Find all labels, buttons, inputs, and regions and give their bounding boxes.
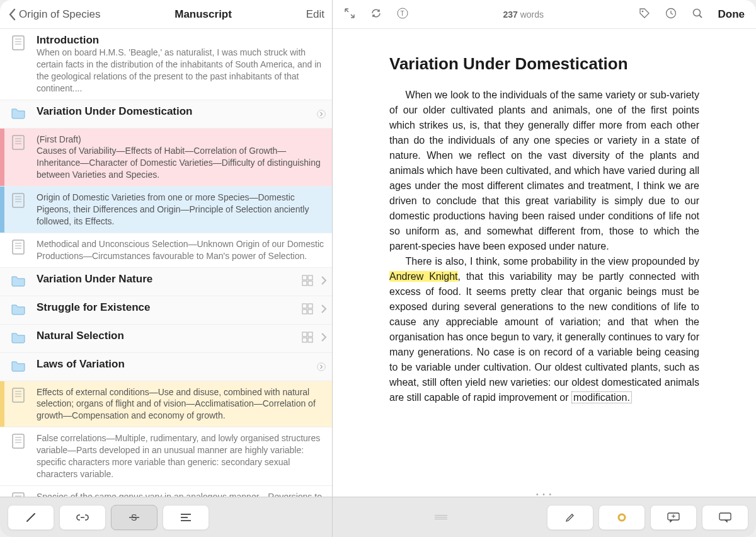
svg-point-58 [641, 10, 643, 12]
svg-rect-5 [13, 136, 24, 149]
section-variation-nature[interactable]: Variation Under Nature [0, 268, 332, 296]
disclosure-button[interactable] [311, 100, 332, 128]
item-preview: Effects of external conditions—Use and d… [37, 386, 326, 422]
section-title: Variation Under Nature [37, 273, 282, 286]
align-button[interactable] [163, 505, 209, 530]
svg-rect-30 [13, 388, 24, 402]
drag-lines-icon[interactable] [340, 505, 542, 529]
split-handle[interactable]: • • • [333, 491, 756, 498]
document-icon [12, 35, 25, 53]
svg-rect-26 [308, 332, 312, 337]
svg-rect-27 [302, 338, 307, 342]
chevron-right-icon[interactable] [321, 304, 327, 316]
link-button[interactable] [59, 505, 106, 530]
item-preview: Causes of Variability—Effects of Habit—C… [37, 145, 326, 181]
word-count[interactable]: 237 words [503, 9, 544, 20]
document-icon [12, 434, 25, 451]
section-title: Variation Under Domestication [37, 105, 304, 118]
label-stripe [0, 381, 4, 427]
svg-rect-34 [13, 434, 24, 448]
document-icon [12, 193, 25, 211]
folder-icon [11, 274, 26, 289]
sync-icon[interactable] [370, 8, 382, 21]
outline-item[interactable]: (First Draft) Causes of Variability—Effe… [0, 129, 332, 187]
outline-item-introduction[interactable]: Introduction When on board H.M.S. 'Beagl… [0, 29, 332, 100]
document-icon [12, 492, 25, 497]
svg-rect-23 [302, 309, 307, 314]
left-bottom-toolbar: S [0, 497, 332, 537]
highlighter-button[interactable] [547, 505, 593, 530]
strikethrough-button[interactable]: S [111, 505, 158, 530]
svg-rect-18 [308, 275, 312, 280]
comment-add-button[interactable] [650, 505, 697, 530]
item-preview: Origin of Domestic Varieties from one or… [37, 192, 326, 228]
svg-rect-25 [302, 332, 307, 337]
item-preview: Species of the same genus vary in an ana… [37, 491, 326, 497]
section-title: Laws of Variation [37, 358, 304, 371]
outline-item[interactable]: Origin of Domestic Varieties from one or… [0, 187, 332, 233]
svg-point-60 [693, 9, 700, 16]
document-icon [12, 135, 25, 153]
document-title: Variation Under Domestication [389, 54, 699, 74]
svg-rect-9 [13, 193, 24, 207]
editor-header: T 237 words Done [333, 0, 756, 29]
back-label: Origin of Species [19, 8, 100, 21]
paragraph-text: There is also, I think, some probability… [406, 256, 699, 267]
tag-icon[interactable] [639, 8, 650, 21]
chevron-right-icon[interactable] [321, 333, 327, 344]
search-icon[interactable] [692, 8, 703, 21]
expand-icon[interactable] [344, 8, 355, 21]
outline-item[interactable]: False correlations—Multiple, rudimentary… [0, 427, 332, 486]
label-stripe [0, 129, 4, 187]
left-header: Origin of Species Manuscript Edit [0, 0, 332, 29]
svg-rect-19 [302, 281, 307, 286]
svg-point-29 [318, 362, 326, 371]
editor-pane: T 237 words Done Variation Under Domesti… [333, 0, 756, 537]
outline-item[interactable]: Methodical and Unconscious Selection—Unk… [0, 233, 332, 268]
svg-point-4 [318, 110, 326, 118]
outline-item[interactable]: Species of the same genus vary in an ana… [0, 486, 332, 497]
chevron-right-icon[interactable] [321, 276, 327, 287]
svg-text:T: T [401, 10, 404, 17]
corkboard-icon[interactable] [302, 332, 313, 345]
outline-item[interactable]: Effects of external conditions—Use and d… [0, 381, 332, 428]
color-button[interactable] [598, 505, 645, 530]
comment-button[interactable] [702, 505, 748, 530]
corkboard-icon[interactable] [302, 275, 313, 289]
item-preview: When on board H.M.S. 'Beagle,' as natura… [37, 47, 326, 95]
compose-button[interactable] [8, 505, 54, 530]
svg-rect-0 [13, 36, 24, 50]
folder-icon [11, 303, 26, 318]
svg-rect-20 [308, 281, 312, 286]
highlighted-text: Andrew Knight [389, 271, 458, 282]
item-subtitle: (First Draft) [37, 134, 326, 146]
history-icon[interactable] [665, 8, 677, 21]
svg-rect-24 [308, 309, 312, 314]
binder-pane: Origin of Species Manuscript Edit Introd… [0, 0, 333, 537]
edit-button[interactable]: Edit [306, 8, 324, 21]
cursor-word: modification. [571, 391, 632, 403]
svg-line-61 [699, 15, 702, 18]
typewriter-icon[interactable]: T [397, 8, 408, 21]
section-title: Natural Selection [37, 330, 282, 342]
folder-icon [11, 359, 26, 374]
folder-icon [11, 331, 26, 346]
section-laws-variation[interactable]: Laws of Variation [0, 353, 332, 381]
label-stripe [0, 187, 4, 233]
back-button[interactable]: Origin of Species [8, 8, 100, 21]
item-preview: Methodical and Unconscious Selection—Unk… [37, 238, 326, 262]
section-variation-domestication[interactable]: Variation Under Domestication [0, 100, 332, 129]
section-natural-selection[interactable]: Natural Selection [0, 325, 332, 353]
svg-point-62 [619, 514, 625, 521]
corkboard-icon[interactable] [302, 303, 313, 317]
text-editor[interactable]: Variation Under Domestication When we lo… [333, 29, 756, 497]
outline-list[interactable]: Introduction When on board H.M.S. 'Beagl… [0, 29, 332, 497]
section-struggle-existence[interactable]: Struggle for Existence [0, 296, 332, 325]
svg-rect-13 [13, 240, 24, 254]
done-button[interactable]: Done [718, 8, 745, 21]
binder-title: Manuscript [100, 8, 306, 21]
svg-rect-17 [302, 275, 307, 280]
disclosure-button[interactable] [311, 353, 332, 381]
paragraph-text: , that this variability may be partly co… [389, 271, 699, 403]
svg-rect-21 [302, 304, 307, 308]
